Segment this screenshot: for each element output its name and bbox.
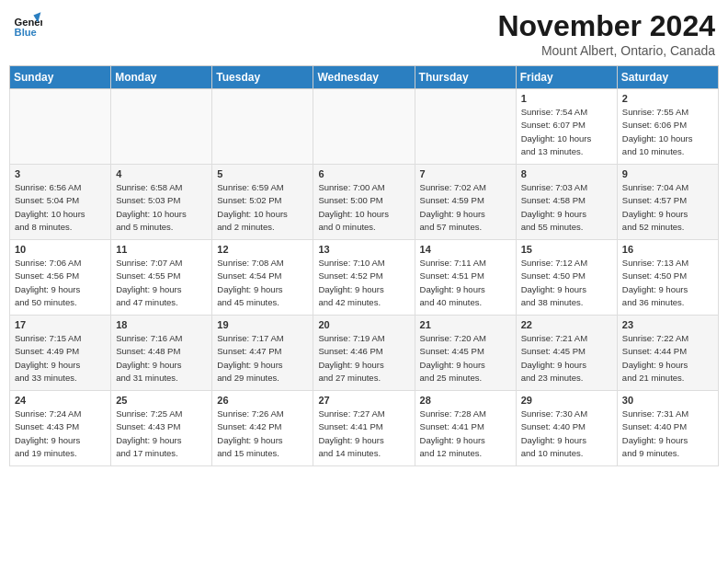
day-info: Sunrise: 7:10 AM Sunset: 4:52 PM Dayligh… — [318, 257, 409, 309]
day-number: 10 — [15, 244, 106, 255]
day-info: Sunrise: 7:02 AM Sunset: 4:59 PM Dayligh… — [420, 181, 511, 234]
day-number: 8 — [521, 168, 612, 179]
day-number: 1 — [521, 93, 612, 104]
weekday-header: Friday — [516, 66, 617, 89]
day-number: 16 — [622, 244, 713, 255]
calendar-table: SundayMondayTuesdayWednesdayThursdayFrid… — [9, 65, 719, 466]
calendar-day-cell: 22Sunrise: 7:21 AM Sunset: 4:45 PM Dayli… — [516, 316, 617, 391]
day-info: Sunrise: 7:06 AM Sunset: 4:56 PM Dayligh… — [15, 257, 106, 309]
day-number: 12 — [217, 244, 308, 255]
calendar-day-cell: 17Sunrise: 7:15 AM Sunset: 4:49 PM Dayli… — [10, 316, 111, 391]
day-info: Sunrise: 7:19 AM Sunset: 4:46 PM Dayligh… — [318, 332, 409, 385]
day-info: Sunrise: 7:26 AM Sunset: 4:42 PM Dayligh… — [217, 408, 308, 460]
day-number: 19 — [217, 319, 308, 330]
svg-text:Blue: Blue — [15, 27, 37, 38]
calendar-day-cell: 28Sunrise: 7:28 AM Sunset: 4:41 PM Dayli… — [415, 391, 516, 466]
calendar-day-cell: 23Sunrise: 7:22 AM Sunset: 4:44 PM Dayli… — [617, 316, 718, 391]
day-number: 14 — [420, 244, 511, 255]
calendar-day-cell: 9Sunrise: 7:04 AM Sunset: 4:57 PM Daylig… — [617, 165, 718, 240]
day-number: 9 — [622, 168, 713, 179]
day-info: Sunrise: 7:00 AM Sunset: 5:00 PM Dayligh… — [318, 181, 409, 234]
weekday-header: Thursday — [415, 66, 516, 89]
calendar-day-cell: 20Sunrise: 7:19 AM Sunset: 4:46 PM Dayli… — [313, 316, 415, 391]
weekday-header: Sunday — [10, 66, 111, 89]
day-number: 18 — [116, 319, 207, 330]
logo: General Blue — [13, 9, 42, 39]
day-number: 30 — [622, 395, 713, 406]
day-number: 28 — [420, 395, 511, 406]
calendar-header-row: SundayMondayTuesdayWednesdayThursdayFrid… — [10, 66, 719, 89]
weekday-header: Saturday — [617, 66, 718, 89]
calendar-day-cell: 21Sunrise: 7:20 AM Sunset: 4:45 PM Dayli… — [415, 316, 516, 391]
calendar-week-row: 1Sunrise: 7:54 AM Sunset: 6:07 PM Daylig… — [10, 89, 719, 165]
calendar-week-row: 24Sunrise: 7:24 AM Sunset: 4:43 PM Dayli… — [10, 391, 719, 466]
day-number: 7 — [420, 168, 511, 179]
day-number: 23 — [622, 319, 713, 330]
calendar-day-cell: 14Sunrise: 7:11 AM Sunset: 4:51 PM Dayli… — [415, 240, 516, 316]
day-info: Sunrise: 7:28 AM Sunset: 4:41 PM Dayligh… — [420, 408, 511, 460]
day-info: Sunrise: 7:31 AM Sunset: 4:40 PM Dayligh… — [622, 408, 713, 460]
calendar-day-cell: 16Sunrise: 7:13 AM Sunset: 4:50 PM Dayli… — [617, 240, 718, 316]
day-info: Sunrise: 7:30 AM Sunset: 4:40 PM Dayligh… — [521, 408, 612, 460]
day-number: 5 — [217, 168, 308, 179]
calendar-day-cell: 4Sunrise: 6:58 AM Sunset: 5:03 PM Daylig… — [111, 165, 212, 240]
calendar-day-cell: 15Sunrise: 7:12 AM Sunset: 4:50 PM Dayli… — [516, 240, 617, 316]
day-info: Sunrise: 6:56 AM Sunset: 5:04 PM Dayligh… — [15, 181, 106, 234]
day-number: 25 — [116, 395, 207, 406]
calendar-day-cell: 6Sunrise: 7:00 AM Sunset: 5:00 PM Daylig… — [313, 165, 415, 240]
day-info: Sunrise: 7:12 AM Sunset: 4:50 PM Dayligh… — [521, 257, 612, 309]
day-info: Sunrise: 7:07 AM Sunset: 4:55 PM Dayligh… — [116, 257, 207, 309]
day-info: Sunrise: 7:13 AM Sunset: 4:50 PM Dayligh… — [622, 257, 713, 309]
calendar-day-cell: 25Sunrise: 7:25 AM Sunset: 4:43 PM Dayli… — [111, 391, 212, 466]
calendar-day-cell — [212, 89, 313, 165]
day-number: 3 — [15, 168, 106, 179]
page-header: General Blue November 2024 Mount Albert,… — [9, 9, 719, 58]
calendar-day-cell: 5Sunrise: 6:59 AM Sunset: 5:02 PM Daylig… — [212, 165, 313, 240]
day-number: 27 — [318, 395, 409, 406]
calendar-day-cell: 11Sunrise: 7:07 AM Sunset: 4:55 PM Dayli… — [111, 240, 212, 316]
calendar-day-cell: 27Sunrise: 7:27 AM Sunset: 4:41 PM Dayli… — [313, 391, 415, 466]
calendar-day-cell: 24Sunrise: 7:24 AM Sunset: 4:43 PM Dayli… — [10, 391, 111, 466]
weekday-header: Monday — [111, 66, 212, 89]
day-number: 21 — [420, 319, 511, 330]
day-info: Sunrise: 7:22 AM Sunset: 4:44 PM Dayligh… — [622, 332, 713, 385]
day-info: Sunrise: 7:03 AM Sunset: 4:58 PM Dayligh… — [521, 181, 612, 234]
day-info: Sunrise: 7:15 AM Sunset: 4:49 PM Dayligh… — [15, 332, 106, 385]
calendar-week-row: 3Sunrise: 6:56 AM Sunset: 5:04 PM Daylig… — [10, 165, 719, 240]
day-number: 4 — [116, 168, 207, 179]
calendar-day-cell — [313, 89, 415, 165]
day-info: Sunrise: 7:24 AM Sunset: 4:43 PM Dayligh… — [15, 408, 106, 460]
logo-icon: General Blue — [13, 9, 42, 39]
calendar-day-cell: 12Sunrise: 7:08 AM Sunset: 4:54 PM Dayli… — [212, 240, 313, 316]
weekday-header: Wednesday — [313, 66, 415, 89]
calendar-day-cell — [10, 89, 111, 165]
location: Mount Albert, Ontario, Canada — [497, 43, 715, 58]
day-info: Sunrise: 6:59 AM Sunset: 5:02 PM Dayligh… — [217, 181, 308, 234]
day-number: 24 — [15, 395, 106, 406]
day-info: Sunrise: 7:16 AM Sunset: 4:48 PM Dayligh… — [116, 332, 207, 385]
calendar-day-cell — [111, 89, 212, 165]
calendar-day-cell — [415, 89, 516, 165]
day-info: Sunrise: 7:54 AM Sunset: 6:07 PM Dayligh… — [521, 106, 612, 158]
weekday-header: Tuesday — [212, 66, 313, 89]
calendar-day-cell: 8Sunrise: 7:03 AM Sunset: 4:58 PM Daylig… — [516, 165, 617, 240]
day-number: 2 — [622, 93, 713, 104]
calendar-week-row: 10Sunrise: 7:06 AM Sunset: 4:56 PM Dayli… — [10, 240, 719, 316]
day-number: 29 — [521, 395, 612, 406]
month-title: November 2024 — [497, 9, 715, 43]
day-number: 13 — [318, 244, 409, 255]
calendar-day-cell: 13Sunrise: 7:10 AM Sunset: 4:52 PM Dayli… — [313, 240, 415, 316]
day-number: 26 — [217, 395, 308, 406]
calendar-day-cell: 30Sunrise: 7:31 AM Sunset: 4:40 PM Dayli… — [617, 391, 718, 466]
day-info: Sunrise: 7:21 AM Sunset: 4:45 PM Dayligh… — [521, 332, 612, 385]
day-info: Sunrise: 7:11 AM Sunset: 4:51 PM Dayligh… — [420, 257, 511, 309]
calendar-day-cell: 3Sunrise: 6:56 AM Sunset: 5:04 PM Daylig… — [10, 165, 111, 240]
calendar-day-cell: 18Sunrise: 7:16 AM Sunset: 4:48 PM Dayli… — [111, 316, 212, 391]
day-number: 6 — [318, 168, 409, 179]
calendar-body: 1Sunrise: 7:54 AM Sunset: 6:07 PM Daylig… — [10, 89, 719, 466]
calendar-day-cell: 1Sunrise: 7:54 AM Sunset: 6:07 PM Daylig… — [516, 89, 617, 165]
calendar-day-cell: 2Sunrise: 7:55 AM Sunset: 6:06 PM Daylig… — [617, 89, 718, 165]
title-block: November 2024 Mount Albert, Ontario, Can… — [497, 9, 715, 58]
day-info: Sunrise: 7:55 AM Sunset: 6:06 PM Dayligh… — [622, 106, 713, 158]
day-info: Sunrise: 7:04 AM Sunset: 4:57 PM Dayligh… — [622, 181, 713, 234]
